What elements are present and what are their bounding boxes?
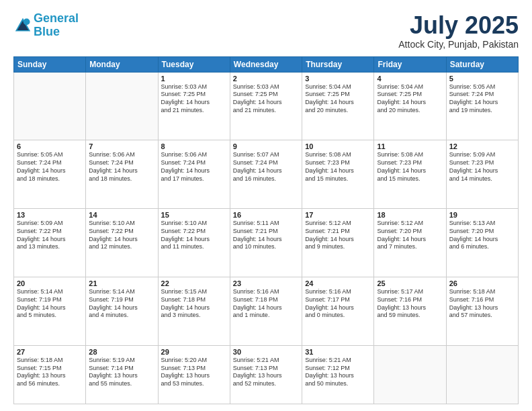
day-number: 24 [305,279,371,287]
calendar-cell: 29Sunrise: 5:20 AM Sunset: 7:13 PM Dayli… [158,346,230,404]
day-number: 12 [449,142,515,150]
th-saturday: Saturday [446,56,518,72]
day-number: 19 [449,211,515,219]
logo-general: General [34,11,79,25]
day-info: Sunrise: 5:06 AM Sunset: 7:24 PM Dayligh… [89,151,154,183]
day-number: 21 [89,279,154,287]
month-title: July 2025 [398,12,519,39]
day-info: Sunrise: 5:20 AM Sunset: 7:13 PM Dayligh… [161,357,227,388]
title-area: July 2025 Attock City, Punjab, Pakistan [398,12,519,50]
th-wednesday: Wednesday [230,56,302,72]
calendar-cell: 31Sunrise: 5:21 AM Sunset: 7:12 PM Dayli… [302,346,374,404]
logo: General Blue [13,12,79,39]
calendar-cell: 5Sunrise: 5:05 AM Sunset: 7:24 PM Daylig… [446,72,518,140]
day-number: 10 [305,142,371,150]
day-info: Sunrise: 5:12 AM Sunset: 7:20 PM Dayligh… [377,220,443,251]
day-info: Sunrise: 5:09 AM Sunset: 7:23 PM Dayligh… [449,151,515,183]
day-info: Sunrise: 5:21 AM Sunset: 7:12 PM Dayligh… [305,357,371,388]
header-row: Sunday Monday Tuesday Wednesday Thursday… [14,56,519,72]
day-info: Sunrise: 5:17 AM Sunset: 7:16 PM Dayligh… [377,288,443,320]
day-info: Sunrise: 5:19 AM Sunset: 7:14 PM Dayligh… [89,357,154,388]
day-info: Sunrise: 5:04 AM Sunset: 7:25 PM Dayligh… [377,83,443,115]
day-number: 23 [233,279,299,287]
day-number: 4 [377,75,443,83]
calendar-cell [86,72,158,140]
day-info: Sunrise: 5:11 AM Sunset: 7:21 PM Dayligh… [233,220,299,251]
calendar-cell: 17Sunrise: 5:12 AM Sunset: 7:21 PM Dayli… [302,209,374,277]
logo-icon [13,16,32,35]
day-number: 18 [377,211,443,219]
day-number: 3 [305,75,371,83]
svg-point-2 [24,18,30,25]
calendar-cell: 14Sunrise: 5:10 AM Sunset: 7:22 PM Dayli… [86,209,158,277]
calendar-cell: 6Sunrise: 5:05 AM Sunset: 7:24 PM Daylig… [14,140,86,209]
calendar-cell: 10Sunrise: 5:08 AM Sunset: 7:23 PM Dayli… [302,140,374,209]
day-number: 1 [161,75,227,83]
day-number: 8 [161,142,227,150]
day-number: 30 [233,348,299,356]
day-number: 16 [233,211,299,219]
calendar-cell: 25Sunrise: 5:17 AM Sunset: 7:16 PM Dayli… [374,277,446,346]
calendar-cell: 23Sunrise: 5:16 AM Sunset: 7:18 PM Dayli… [230,277,302,346]
calendar-cell [374,346,446,404]
day-number: 25 [377,279,443,287]
day-number: 29 [161,348,227,356]
day-info: Sunrise: 5:05 AM Sunset: 7:24 PM Dayligh… [449,83,515,115]
day-info: Sunrise: 5:08 AM Sunset: 7:23 PM Dayligh… [377,151,443,183]
header: General Blue July 2025 Attock City, Punj… [13,12,519,50]
day-info: Sunrise: 5:12 AM Sunset: 7:21 PM Dayligh… [305,220,371,251]
day-info: Sunrise: 5:15 AM Sunset: 7:18 PM Dayligh… [161,288,227,320]
day-info: Sunrise: 5:07 AM Sunset: 7:24 PM Dayligh… [233,151,299,183]
day-info: Sunrise: 5:13 AM Sunset: 7:20 PM Dayligh… [449,220,515,251]
week-row-3: 13Sunrise: 5:09 AM Sunset: 7:22 PM Dayli… [14,209,519,277]
calendar-cell [446,346,518,404]
day-number: 11 [377,142,443,150]
th-friday: Friday [374,56,446,72]
calendar-cell: 1Sunrise: 5:03 AM Sunset: 7:25 PM Daylig… [158,72,230,140]
day-info: Sunrise: 5:04 AM Sunset: 7:25 PM Dayligh… [305,83,371,115]
week-row-1: 1Sunrise: 5:03 AM Sunset: 7:25 PM Daylig… [14,72,519,140]
calendar-cell: 26Sunrise: 5:18 AM Sunset: 7:16 PM Dayli… [446,277,518,346]
day-info: Sunrise: 5:16 AM Sunset: 7:17 PM Dayligh… [305,288,371,320]
calendar-cell: 3Sunrise: 5:04 AM Sunset: 7:25 PM Daylig… [302,72,374,140]
day-number: 6 [17,142,83,150]
week-row-4: 20Sunrise: 5:14 AM Sunset: 7:19 PM Dayli… [14,277,519,346]
day-info: Sunrise: 5:21 AM Sunset: 7:13 PM Dayligh… [233,357,299,388]
location: Attock City, Punjab, Pakistan [398,39,519,50]
calendar-cell: 21Sunrise: 5:14 AM Sunset: 7:19 PM Dayli… [86,277,158,346]
day-info: Sunrise: 5:03 AM Sunset: 7:25 PM Dayligh… [233,83,299,115]
calendar-cell [14,72,86,140]
day-number: 2 [233,75,299,83]
day-info: Sunrise: 5:08 AM Sunset: 7:23 PM Dayligh… [305,151,371,183]
th-sunday: Sunday [14,56,86,72]
day-number: 9 [233,142,299,150]
day-info: Sunrise: 5:14 AM Sunset: 7:19 PM Dayligh… [89,288,154,320]
calendar-table: Sunday Monday Tuesday Wednesday Thursday… [13,56,519,404]
day-number: 5 [449,75,515,83]
week-row-5: 27Sunrise: 5:18 AM Sunset: 7:15 PM Dayli… [14,346,519,404]
calendar-cell: 18Sunrise: 5:12 AM Sunset: 7:20 PM Dayli… [374,209,446,277]
calendar-cell: 30Sunrise: 5:21 AM Sunset: 7:13 PM Dayli… [230,346,302,404]
page: General Blue July 2025 Attock City, Punj… [0,0,532,411]
day-number: 13 [17,211,83,219]
logo-blue: Blue [34,25,60,38]
day-number: 26 [449,279,515,287]
calendar-cell: 16Sunrise: 5:11 AM Sunset: 7:21 PM Dayli… [230,209,302,277]
day-number: 17 [305,211,371,219]
calendar-cell: 4Sunrise: 5:04 AM Sunset: 7:25 PM Daylig… [374,72,446,140]
calendar-cell: 11Sunrise: 5:08 AM Sunset: 7:23 PM Dayli… [374,140,446,209]
day-info: Sunrise: 5:10 AM Sunset: 7:22 PM Dayligh… [89,220,154,251]
day-info: Sunrise: 5:09 AM Sunset: 7:22 PM Dayligh… [17,220,83,251]
day-number: 15 [161,211,227,219]
day-info: Sunrise: 5:05 AM Sunset: 7:24 PM Dayligh… [17,151,83,183]
day-info: Sunrise: 5:18 AM Sunset: 7:15 PM Dayligh… [17,357,83,388]
day-info: Sunrise: 5:16 AM Sunset: 7:18 PM Dayligh… [233,288,299,320]
day-info: Sunrise: 5:03 AM Sunset: 7:25 PM Dayligh… [161,83,227,115]
calendar-cell: 13Sunrise: 5:09 AM Sunset: 7:22 PM Dayli… [14,209,86,277]
calendar-cell: 20Sunrise: 5:14 AM Sunset: 7:19 PM Dayli… [14,277,86,346]
th-monday: Monday [86,56,158,72]
calendar-cell: 24Sunrise: 5:16 AM Sunset: 7:17 PM Dayli… [302,277,374,346]
day-number: 31 [305,348,371,356]
th-tuesday: Tuesday [158,56,230,72]
day-info: Sunrise: 5:18 AM Sunset: 7:16 PM Dayligh… [449,288,515,320]
